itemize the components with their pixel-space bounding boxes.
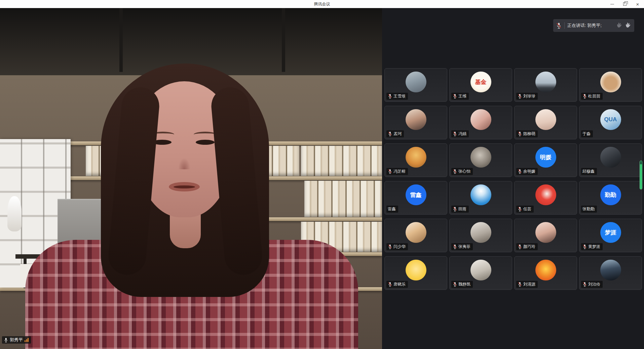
mic-muted-icon	[453, 94, 457, 99]
participant-name: 唐晓乐	[393, 281, 406, 287]
main-speaker-video[interactable]: 郭秀平	[0, 8, 382, 349]
participant-tile[interactable]: 魏静凯	[449, 256, 512, 290]
title-bar: 腾讯会议 ×	[0, 0, 644, 8]
participant-tile[interactable]: 闫少华	[384, 219, 447, 252]
participant-tile[interactable]: 王雪垠	[384, 68, 447, 102]
mic-muted-icon	[556, 23, 562, 29]
speaker-nose	[178, 158, 190, 169]
participant-name-pill: 王雪垠	[386, 93, 408, 100]
participant-avatar	[600, 72, 621, 92]
participant-name: 黄梦涯	[588, 244, 600, 250]
participant-name: 王雪垠	[393, 93, 406, 99]
mic-muted-icon	[453, 131, 457, 136]
participant-tile[interactable]: 颜巧玲	[514, 219, 577, 252]
participant-tile[interactable]: 雷鑫 雷鑫	[384, 181, 447, 215]
mic-muted-icon	[388, 244, 392, 249]
participant-tile[interactable]: 张心怡	[449, 143, 512, 177]
participant-tile[interactable]: 刘珍珍	[514, 68, 577, 102]
restore-button[interactable]	[618, 0, 631, 8]
participant-name: 张心怡	[458, 169, 470, 174]
participant-name-pill: 佘明媛	[516, 168, 538, 175]
participant-avatar	[600, 260, 621, 280]
participant-name: 冯芷榕	[393, 169, 406, 174]
participants-panel: 正在讲话: 郭秀平; 王雪垠	[382, 8, 644, 349]
mic-muted-icon	[518, 282, 522, 287]
participant-tile[interactable]: 田雨	[449, 181, 512, 215]
participant-name: 张夷菲	[458, 244, 470, 250]
participant-name: 冯娟	[458, 131, 466, 137]
participant-name: 孟珂	[393, 131, 402, 137]
banner-actions	[615, 22, 632, 29]
participant-avatar: 勤勤	[600, 184, 621, 205]
participant-name: 刘清源	[523, 281, 535, 287]
participant-avatar: 梦涯	[600, 222, 621, 243]
scrollbar-thumb[interactable]	[640, 161, 642, 189]
participant-name-pill: 张勤勤	[581, 206, 597, 213]
participant-avatar	[535, 72, 556, 92]
mic-muted-icon	[518, 94, 522, 99]
hand-light-icon[interactable]	[624, 22, 632, 29]
participant-name-pill: 颜巧玲	[516, 243, 538, 250]
restore-icon	[623, 2, 627, 6]
participant-name: 王维	[458, 93, 466, 99]
participant-avatar	[406, 260, 426, 280]
participant-tile[interactable]: 梦涯 黄梦涯	[579, 219, 642, 252]
hand-dark-icon[interactable]	[615, 22, 623, 29]
banner-divider	[564, 22, 565, 29]
participant-name: 任芸	[523, 206, 531, 212]
participant-tile[interactable]: 明媛 佘明媛	[514, 143, 577, 177]
participant-name: 佘明媛	[523, 169, 535, 174]
signal-bars-icon	[25, 338, 29, 342]
participant-tile[interactable]: 刘清源	[514, 256, 577, 290]
mic-muted-icon	[453, 282, 457, 287]
participant-tile[interactable]: 任芸	[514, 181, 577, 215]
participant-tile[interactable]: 陈柳萌	[514, 106, 577, 139]
mic-muted-icon	[518, 169, 522, 174]
participant-avatar	[406, 222, 426, 243]
participant-name: 颜巧玲	[523, 244, 535, 250]
participant-tile[interactable]: 冯芷榕	[384, 143, 447, 177]
mic-muted-icon	[453, 207, 457, 212]
participant-tile[interactable]: 刘治伶	[579, 256, 642, 290]
participant-tile[interactable]: 孟珂	[384, 106, 447, 139]
participant-avatar	[470, 184, 491, 205]
participant-avatar	[535, 109, 556, 130]
participant-name-pill: 王维	[451, 93, 469, 100]
mic-on-icon	[4, 338, 8, 343]
speaker-mouth	[169, 182, 200, 191]
participant-name-pill: 张夷菲	[451, 243, 473, 250]
participant-grid: 王雪垠 基金 王维	[384, 68, 642, 290]
participant-name-pill: 张心怡	[451, 168, 473, 175]
participant-avatar	[406, 109, 426, 130]
participant-avatar	[535, 184, 556, 205]
participant-name-pill: 魏静凯	[451, 281, 473, 288]
speaking-banner-text: 正在讲话: 郭秀平;	[567, 23, 613, 29]
participant-avatar: 基金	[470, 72, 491, 92]
participant-avatar	[535, 222, 556, 243]
participant-name: 田雨	[458, 206, 466, 212]
participant-tile[interactable]: 基金 王维	[449, 68, 512, 102]
participant-name-pill: 任芸	[516, 206, 534, 213]
participant-name-pill: 于淼	[581, 130, 593, 137]
participant-tile[interactable]: 张夷菲	[449, 219, 512, 252]
participant-avatar: 雷鑫	[406, 184, 426, 205]
participant-name-pill: 陈柳萌	[516, 130, 538, 137]
participant-avatar	[600, 147, 621, 168]
close-button[interactable]: ×	[631, 0, 644, 8]
participant-tile[interactable]: 杜苗苗	[579, 68, 642, 102]
speaker-eye	[196, 140, 215, 145]
participant-name-pill: 冯芷榕	[386, 168, 408, 175]
participant-name: 刘珍珍	[523, 93, 535, 99]
participant-tile[interactable]: QUA 于淼	[579, 106, 642, 139]
minimize-button[interactable]	[606, 0, 618, 8]
participant-tile[interactable]: 冯娟	[449, 106, 512, 139]
participant-avatar	[470, 147, 491, 168]
shelf-pole	[282, 8, 285, 72]
participant-avatar	[470, 260, 491, 280]
participant-name: 闫少华	[393, 244, 406, 250]
participant-tile[interactable]: 唐晓乐	[384, 256, 447, 290]
participant-tile[interactable]: 勤勤 张勤勤	[579, 181, 642, 215]
participant-avatar: QUA	[600, 109, 621, 130]
window-controls: ×	[606, 0, 644, 8]
participant-tile[interactable]: 邱穆鑫	[579, 143, 642, 177]
